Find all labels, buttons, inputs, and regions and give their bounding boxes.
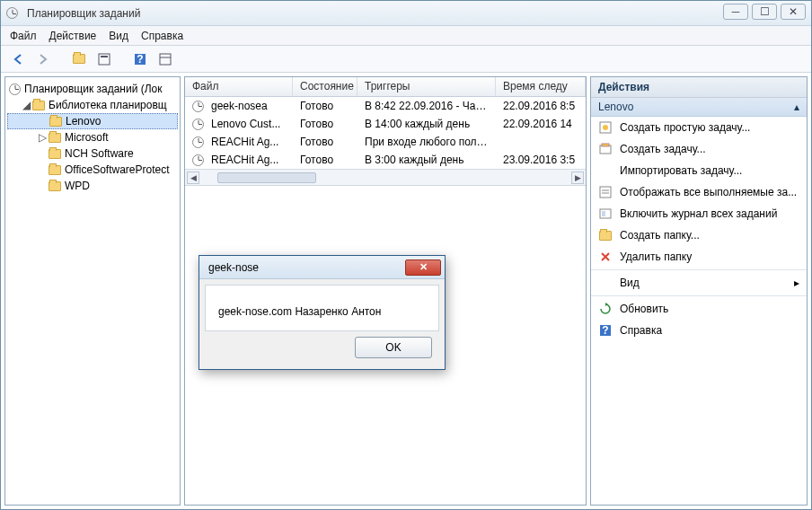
folder-icon <box>49 117 62 127</box>
tree-item-microsoft[interactable]: ▷ Microsoft <box>7 129 178 145</box>
folder-icon <box>49 133 61 143</box>
task-name: geek-nosea <box>211 100 268 112</box>
action-delete-folder[interactable]: Удалить папку <box>591 246 807 268</box>
action-enable-history[interactable]: Включить журнал всех заданий <box>591 203 807 224</box>
action-create-folder[interactable]: Создать папку... <box>591 224 807 246</box>
clock-icon <box>9 84 21 95</box>
collapse-icon[interactable]: ▴ <box>794 101 799 113</box>
task-next: 22.09.2016 8:5 <box>496 100 586 112</box>
tree-item-wpd[interactable]: WPD <box>7 178 178 194</box>
tree-root-label: Планировщик заданий (Лок <box>24 83 163 95</box>
delete-icon <box>598 250 613 264</box>
folder-icon <box>49 181 61 191</box>
header-file[interactable]: Файл <box>185 77 293 96</box>
menu-file[interactable]: Файл <box>10 30 37 42</box>
svg-rect-1 <box>101 56 108 57</box>
tree-root[interactable]: Планировщик заданий (Лок <box>7 81 178 97</box>
action-label: Создать папку... <box>620 229 700 242</box>
tree-item-lenovo[interactable]: Lenovo <box>7 113 178 129</box>
minimize-button[interactable]: ─ <box>723 4 748 20</box>
dialog-close-button[interactable]: ✕ <box>405 259 441 276</box>
svg-rect-9 <box>602 144 609 146</box>
task-name: Lenovo Cust... <box>211 118 280 130</box>
task-icon <box>598 142 613 156</box>
action-view[interactable]: Вид ▸ <box>591 272 807 294</box>
action-import-task[interactable]: Импортировать задачу... <box>591 160 807 181</box>
task-row[interactable]: REACHit Ag... Готово В 3:00 каждый день … <box>185 151 586 169</box>
action-create-task[interactable]: Создать задачу... <box>591 138 807 160</box>
task-state: Готово <box>293 100 357 112</box>
scroll-left-icon[interactable]: ◀ <box>187 171 199 184</box>
tree-item-label: NCH Software <box>65 147 134 160</box>
ok-button[interactable]: OK <box>355 337 432 358</box>
blank-icon <box>598 163 613 178</box>
dialog-message: geek-nose.com Назаренко Антон <box>218 305 381 318</box>
forward-button[interactable] <box>33 49 53 69</box>
tree-item-label: Lenovo <box>66 115 101 128</box>
tree-library-label: Библиотека планировщ <box>49 99 167 111</box>
separator <box>591 295 807 296</box>
scroll-right-icon[interactable]: ▶ <box>571 171 584 184</box>
tree-item-nch[interactable]: NCH Software <box>7 145 178 162</box>
task-row[interactable]: REACHit Ag... Готово При входе любого по… <box>185 133 586 151</box>
help-icon: ? <box>598 323 613 338</box>
properties-button[interactable] <box>94 49 114 69</box>
dialog-body: geek-nose.com Назаренко Антон <box>205 285 439 331</box>
task-next: 23.09.2016 3:5 <box>496 154 586 166</box>
svg-point-7 <box>603 125 608 130</box>
up-button[interactable] <box>69 49 89 69</box>
refresh-icon <box>598 302 613 316</box>
folder-icon <box>49 165 61 175</box>
tree-item-office[interactable]: OfficeSoftwareProtect <box>7 162 178 178</box>
maximize-button[interactable]: ☐ <box>752 4 777 20</box>
tree: Планировщик заданий (Лок ◢ Библиотека пл… <box>5 77 180 505</box>
menu-view[interactable]: Вид <box>109 30 128 42</box>
task-trigger: При входе любого пользователя <box>357 136 496 148</box>
toolbar: ? <box>1 46 811 73</box>
expand-icon[interactable]: ▷ <box>38 131 47 144</box>
svg-rect-10 <box>600 187 611 198</box>
scroll-thumb[interactable] <box>217 172 316 183</box>
action-label: Обновить <box>620 303 668 315</box>
tree-panel: Планировщик заданий (Лок ◢ Библиотека пл… <box>4 76 181 506</box>
wizard-icon <box>598 120 613 135</box>
header-next-run[interactable]: Время следу <box>496 77 586 96</box>
menu-help[interactable]: Справка <box>141 30 183 42</box>
action-help[interactable]: ? Справка <box>591 320 807 341</box>
action-label: Вид <box>620 277 787 289</box>
action-refresh[interactable]: Обновить <box>591 298 807 320</box>
history-icon <box>598 207 613 221</box>
folder-icon <box>32 101 45 110</box>
task-row[interactable]: Lenovo Cust... Готово В 14:00 каждый ден… <box>185 115 586 133</box>
menu-action[interactable]: Действие <box>49 30 97 42</box>
actions-context[interactable]: Lenovo ▴ <box>591 98 807 117</box>
list-header: Файл Состояние Триггеры Время следу <box>185 77 586 97</box>
horizontal-scrollbar[interactable]: ◀ ▶ <box>185 169 586 185</box>
header-triggers[interactable]: Триггеры <box>357 77 496 96</box>
dialog-titlebar[interactable]: geek-nose ✕ <box>199 256 445 279</box>
list-icon <box>598 185 613 199</box>
actions-title: Действия <box>591 77 807 98</box>
app-icon <box>6 7 18 19</box>
svg-text:?: ? <box>137 53 143 66</box>
task-icon <box>192 101 204 112</box>
view-button[interactable] <box>155 49 175 69</box>
svg-rect-4 <box>160 54 171 65</box>
task-row[interactable]: geek-nosea Готово В 8:42 22.09.2016 - Ча… <box>185 97 586 115</box>
task-next: 22.09.2016 14 <box>496 118 586 130</box>
submenu-arrow-icon: ▸ <box>794 277 799 289</box>
message-dialog: geek-nose ✕ geek-nose.com Назаренко Анто… <box>199 255 446 370</box>
folder-icon <box>49 149 61 159</box>
back-button[interactable] <box>8 49 28 69</box>
action-label: Создать задачу... <box>620 143 706 155</box>
collapse-icon[interactable]: ◢ <box>22 99 31 111</box>
close-button[interactable]: ✕ <box>781 4 806 20</box>
header-state[interactable]: Состояние <box>293 77 357 96</box>
tree-item-label: Microsoft <box>65 131 109 144</box>
action-create-simple-task[interactable]: Создать простую задачу... <box>591 117 807 138</box>
tree-library[interactable]: ◢ Библиотека планировщ <box>7 97 178 113</box>
action-show-running[interactable]: Отображать все выполняемые за... <box>591 181 807 203</box>
actions-context-label: Lenovo <box>598 101 633 113</box>
help-button[interactable]: ? <box>130 49 150 69</box>
task-state: Готово <box>293 118 357 130</box>
